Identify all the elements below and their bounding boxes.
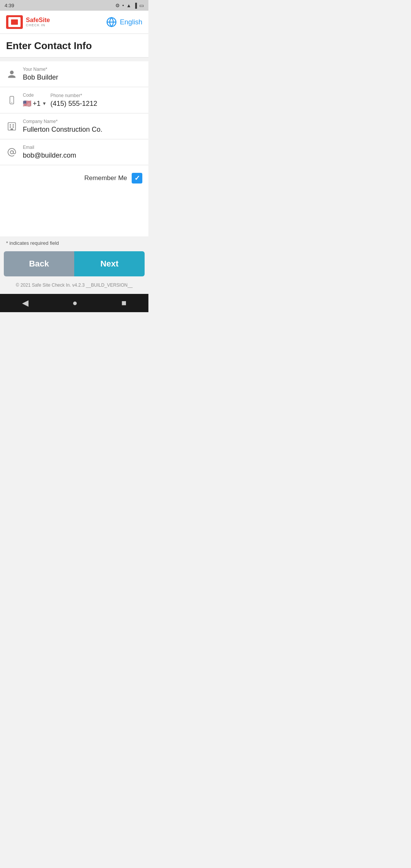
phone-icon (6, 94, 18, 106)
status-time: 4:39 (5, 3, 14, 8)
phone-input[interactable] (50, 100, 142, 108)
logo-text: SafeSite CHECK IN (26, 17, 50, 27)
phone-code-section: Code 🇺🇸 +1 ▼ (23, 93, 46, 108)
status-icons: ⚙ • ▲ ▐ ▭ (115, 3, 144, 8)
company-input[interactable] (23, 126, 142, 134)
logo: SafeSite CHECK IN (6, 15, 50, 29)
name-input[interactable] (23, 73, 142, 81)
country-selector[interactable]: 🇺🇸 +1 ▼ (23, 99, 46, 108)
language-label: English (120, 18, 142, 26)
company-field: Company Name* (0, 113, 148, 139)
code-label: Code (23, 93, 46, 98)
logo-icon-inner (8, 17, 21, 27)
phone-number-section: Phone number* (50, 93, 142, 108)
flag-icon: 🇺🇸 (23, 99, 31, 108)
form-area: Your Name* Code 🇺🇸 +1 ▼ Phone number* (0, 61, 148, 236)
email-field-content: Email (23, 145, 142, 160)
remember-me-checkbox[interactable]: ✓ (132, 173, 142, 183)
country-code: +1 (33, 100, 41, 108)
svg-rect-6 (13, 124, 14, 125)
logo-icon (6, 15, 23, 29)
dropdown-arrow-icon: ▼ (42, 101, 47, 106)
next-button[interactable]: Next (74, 251, 145, 276)
buttons-row: Back Next (4, 251, 145, 276)
nav-back-button[interactable]: ◀ (14, 295, 36, 311)
page-title: Enter Contact Info (6, 40, 142, 52)
phone-content: Code 🇺🇸 +1 ▼ Phone number* (23, 93, 142, 108)
email-label: Email (23, 145, 142, 150)
page-title-container: Enter Contact Info (0, 34, 148, 57)
svg-point-10 (10, 151, 13, 154)
remember-me-label: Remember Me (84, 174, 127, 182)
logo-safesite: SafeSite (26, 17, 50, 23)
name-field-content: Your Name* (23, 67, 142, 81)
required-note: * indicates required field (0, 236, 148, 251)
required-note-text: * indicates required field (6, 240, 59, 246)
footer: © 2021 Safe Site Check In. v4.2.3 __BUIL… (0, 276, 148, 294)
phone-field: Code 🇺🇸 +1 ▼ Phone number* (0, 87, 148, 113)
language-selector[interactable]: English (106, 17, 142, 27)
company-label: Company Name* (23, 119, 142, 124)
signal-icon: ▐ (134, 3, 137, 8)
email-input[interactable] (23, 152, 142, 160)
back-button[interactable]: Back (4, 251, 74, 276)
company-field-content: Company Name* (23, 119, 142, 134)
checkmark-icon: ✓ (134, 174, 140, 182)
svg-rect-8 (13, 126, 14, 128)
svg-rect-5 (10, 124, 11, 125)
logo-checkin: CHECK IN (26, 23, 50, 27)
building-icon (6, 121, 18, 132)
name-label: Your Name* (23, 67, 142, 72)
nav-bar: ◀ ● ■ (0, 294, 148, 312)
remember-me-row: Remember Me ✓ (0, 165, 148, 187)
header: SafeSite CHECK IN English (0, 11, 148, 34)
name-field: Your Name* (0, 61, 148, 87)
person-icon (6, 69, 18, 80)
status-bar: 4:39 ⚙ • ▲ ▐ ▭ (0, 0, 148, 11)
wifi-icon: ▲ (126, 3, 131, 8)
globe-icon (106, 17, 117, 27)
battery-icon: ▭ (139, 3, 144, 8)
svg-rect-9 (11, 128, 13, 130)
svg-rect-7 (10, 126, 11, 128)
settings-icon: ⚙ (115, 3, 120, 8)
dot-icon: • (122, 3, 124, 8)
phone-label: Phone number* (50, 93, 142, 98)
nav-home-button[interactable]: ● (65, 295, 85, 311)
nav-recent-button[interactable]: ■ (114, 295, 134, 311)
footer-text: © 2021 Safe Site Check In. v4.2.3 __BUIL… (16, 282, 132, 288)
email-field: Email (0, 139, 148, 165)
email-icon (6, 147, 18, 158)
